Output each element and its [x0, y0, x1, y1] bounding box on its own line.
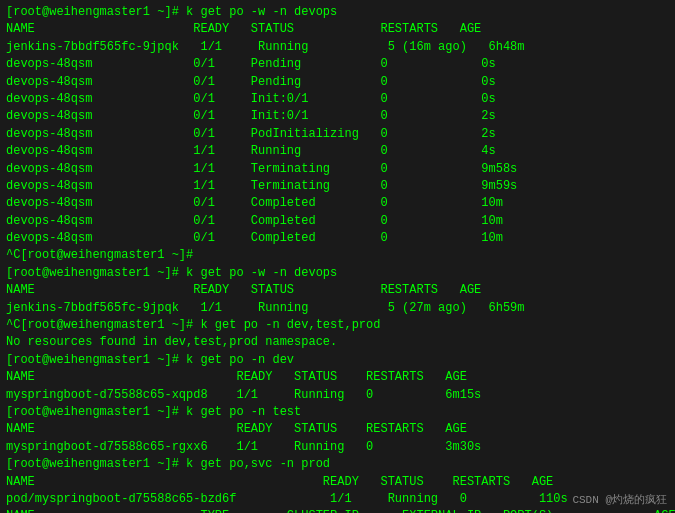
terminal-line: No resources found in dev,test,prod name… — [6, 334, 669, 351]
terminal-line: [root@weihengmaster1 ~]# k get po -n dev — [6, 352, 669, 369]
watermark: CSDN @灼烧的疯狂 — [572, 492, 667, 507]
terminal-line: NAME READY STATUS RESTARTS AGE — [6, 21, 669, 38]
terminal-line: NAME READY STATUS RESTARTS AGE — [6, 282, 669, 299]
terminal-line: myspringboot-d75588c65-xqpd8 1/1 Running… — [6, 387, 669, 404]
terminal-line: NAME READY STATUS RESTARTS AGE — [6, 474, 669, 491]
terminal-line: devops-48qsm 0/1 Completed 0 10m — [6, 213, 669, 230]
terminal-line: ^C[root@weihengmaster1 ~]# k get po -n d… — [6, 317, 669, 334]
terminal-line: ^C[root@weihengmaster1 ~]# — [6, 247, 669, 264]
terminal-line: NAME READY STATUS RESTARTS AGE — [6, 369, 669, 386]
terminal-line: NAME READY STATUS RESTARTS AGE — [6, 421, 669, 438]
terminal-line: devops-48qsm 0/1 Pending 0 0s — [6, 74, 669, 91]
terminal-line: devops-48qsm 0/1 Init:0/1 0 2s — [6, 108, 669, 125]
terminal-line: devops-48qsm 0/1 PodInitializing 0 2s — [6, 126, 669, 143]
terminal-line: devops-48qsm 1/1 Terminating 0 9m59s — [6, 178, 669, 195]
terminal-line: NAME TYPE CLUSTER-IP EXTERNAL-IP PORT(S)… — [6, 508, 669, 513]
terminal-line: devops-48qsm 1/1 Terminating 0 9m58s — [6, 161, 669, 178]
terminal-line: devops-48qsm 0/1 Init:0/1 0 0s — [6, 91, 669, 108]
terminal-window: [root@weihengmaster1 ~]# k get po -w -n … — [0, 0, 675, 513]
terminal-line: [root@weihengmaster1 ~]# k get po -n tes… — [6, 404, 669, 421]
terminal-line: [root@weihengmaster1 ~]# k get po -w -n … — [6, 265, 669, 282]
terminal-line: pod/myspringboot-d75588c65-bzd6f 1/1 Run… — [6, 491, 669, 508]
terminal-line: jenkins-7bbdf565fc-9jpqk 1/1 Running 5 (… — [6, 300, 669, 317]
terminal-line: [root@weihengmaster1 ~]# k get po,svc -n… — [6, 456, 669, 473]
terminal-line: devops-48qsm 0/1 Completed 0 10m — [6, 195, 669, 212]
terminal-line: devops-48qsm 0/1 Completed 0 10m — [6, 230, 669, 247]
terminal-line: devops-48qsm 0/1 Pending 0 0s — [6, 56, 669, 73]
terminal-line: jenkins-7bbdf565fc-9jpqk 1/1 Running 5 (… — [6, 39, 669, 56]
terminal-content: [root@weihengmaster1 ~]# k get po -w -n … — [6, 4, 669, 513]
terminal-line: myspringboot-d75588c65-rgxx6 1/1 Running… — [6, 439, 669, 456]
terminal-line: [root@weihengmaster1 ~]# k get po -w -n … — [6, 4, 669, 21]
terminal-line: devops-48qsm 1/1 Running 0 4s — [6, 143, 669, 160]
